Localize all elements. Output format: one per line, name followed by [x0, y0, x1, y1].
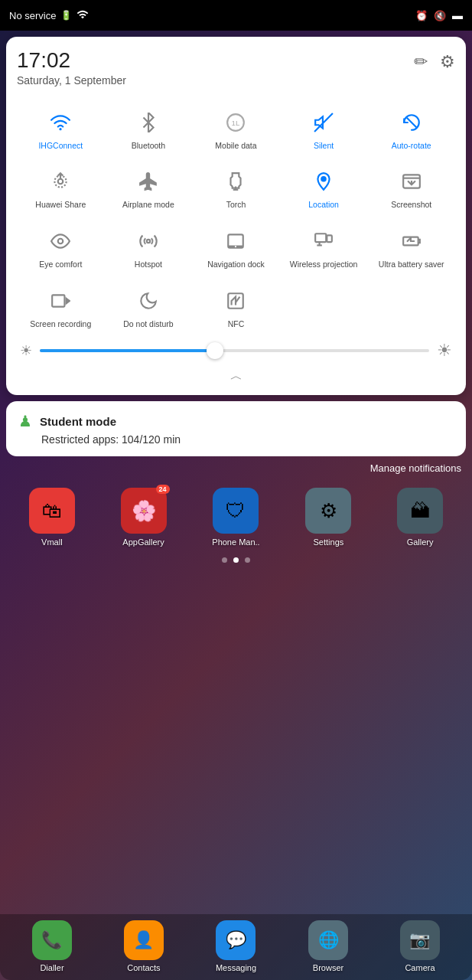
app-label-appgallery: AppGallery — [122, 537, 164, 547]
app-badge-appgallery: 24 — [156, 485, 170, 494]
quick-item-mobiledata[interactable]: 1L Mobile data — [192, 100, 280, 157]
messaging-icon: 💬 — [226, 930, 246, 950]
quick-item-nfc[interactable]: NFC — [192, 279, 280, 335]
collapse-row[interactable]: ︿ — [17, 368, 455, 384]
quick-item-screen-recording[interactable]: Screen recording — [17, 279, 105, 335]
nav-camera[interactable]: 📷 Camera — [400, 920, 440, 972]
quick-item-eye-comfort[interactable]: Eye comfort — [17, 219, 105, 276]
student-mode-header: ♟ Student mode — [18, 412, 454, 430]
sim-icon: 🔋 — [60, 10, 72, 21]
nav-icon-messaging: 💬 — [216, 920, 256, 960]
app-phonemanager[interactable]: 🛡 Phone Man.. — [212, 488, 259, 547]
quick-item-bluetooth[interactable]: Bluetooth — [105, 100, 193, 157]
edit-icon[interactable]: ✏ — [414, 52, 428, 72]
contacts-icon: 👤 — [133, 930, 154, 950]
status-right: ⏰ 🔇 ▬ — [415, 9, 463, 21]
app-label-phonemanager: Phone Man.. — [212, 537, 259, 547]
svg-text:1L: 1L — [232, 119, 240, 127]
battery-icon: ▬ — [452, 9, 463, 21]
quick-label-airplane: Airplane mode — [122, 200, 174, 210]
settings-icon[interactable]: ⚙ — [440, 52, 455, 72]
svg-point-14 — [147, 240, 150, 243]
app-label-settings: Settings — [314, 537, 344, 547]
page-dots — [0, 557, 472, 563]
phonemanager-icon: 🛡 — [226, 499, 246, 523]
quick-label-screen-recording: Screen recording — [30, 319, 91, 329]
quick-label-wifi: IHGConnect — [38, 141, 83, 151]
app-icon-phonemanager: 🛡 — [213, 488, 259, 534]
browser-icon: 🌐 — [318, 930, 339, 950]
nav-label-camera: Camera — [405, 963, 435, 972]
svg-point-17 — [235, 246, 236, 247]
app-settings[interactable]: ⚙ Settings — [305, 488, 351, 547]
quick-item-location[interactable]: Location — [280, 159, 368, 216]
quick-item-wifi[interactable]: IHGConnect — [17, 100, 105, 157]
brightness-track[interactable] — [40, 349, 429, 352]
nav-browser[interactable]: 🌐 Browser — [308, 920, 348, 972]
quick-label-eye-comfort: Eye comfort — [39, 260, 82, 270]
time-date-block: 17:02 Saturday, 1 September — [17, 49, 126, 87]
nav-icon-browser: 🌐 — [308, 920, 348, 960]
quick-item-torch[interactable]: Torch — [192, 159, 280, 216]
vmall-icon: 🛍 — [42, 499, 62, 523]
student-mode-icon: ♟ — [18, 412, 32, 430]
nav-messaging[interactable]: 💬 Messaging — [216, 920, 256, 972]
svg-point-0 — [60, 128, 62, 130]
quick-label-nfc: NFC — [228, 319, 245, 329]
quick-label-huawei-share: Huawei Share — [35, 200, 86, 210]
nav-contacts[interactable]: 👤 Contacts — [124, 920, 164, 972]
nav-icon-contacts: 👤 — [124, 920, 164, 960]
quick-item-wireless[interactable]: Wireless projection — [280, 219, 368, 276]
dot-1 — [222, 557, 227, 563]
panel-header: 17:02 Saturday, 1 September ✏ ⚙ — [17, 49, 455, 87]
brightness-thumb[interactable] — [207, 342, 223, 359]
app-gallery[interactable]: 🏔 Gallery — [397, 488, 443, 547]
quick-item-airplane[interactable]: Airplane mode — [105, 159, 193, 216]
brightness-fill — [40, 349, 215, 352]
app-appgallery[interactable]: 🌸 24 AppGallery — [121, 488, 167, 547]
quick-label-navdock: Navigation dock — [207, 260, 265, 270]
app-icon-settings: ⚙ — [305, 488, 351, 534]
nav-label-contacts: Contacts — [127, 963, 160, 972]
alarm-icon: ⏰ — [415, 10, 428, 21]
app-vmall[interactable]: 🛍 Vmall — [29, 488, 75, 547]
panel-date: Saturday, 1 September — [17, 74, 126, 87]
quick-label-donotdisturb: Do not disturb — [123, 319, 173, 329]
quick-label-bluetooth: Bluetooth — [132, 141, 165, 151]
nav-dialler[interactable]: 📞 Dialler — [32, 920, 72, 972]
nav-label-dialler: Dialler — [40, 963, 63, 972]
quick-settings-grid: IHGConnect Bluetooth 1L Mobile data — [17, 100, 455, 335]
carrier-text: No service — [9, 10, 56, 21]
student-mode-title: Student mode — [40, 415, 116, 428]
student-mode-subtitle: Restricted apps: 104/120 min — [41, 433, 454, 446]
bottom-nav: 📞 Dialler 👤 Contacts 💬 Messaging 🌐 Brows… — [0, 914, 472, 980]
svg-marker-28 — [67, 298, 70, 303]
svg-point-9 — [321, 177, 325, 181]
quick-label-hotspot: Hotspot — [135, 260, 162, 270]
app-icon-appgallery: 🌸 24 — [121, 488, 167, 534]
manage-notifications[interactable]: Manage notifications — [0, 456, 472, 480]
quick-label-screenshot: Screenshot — [391, 200, 431, 210]
svg-rect-18 — [315, 234, 326, 242]
dialler-icon: 📞 — [41, 930, 62, 950]
quick-item-silent[interactable]: Silent — [280, 100, 368, 157]
mute-icon: 🔇 — [434, 10, 446, 21]
quick-item-hotspot[interactable]: Hotspot — [105, 219, 193, 276]
app-label-vmall: Vmall — [41, 537, 63, 547]
quick-item-screenshot[interactable]: Screenshot — [367, 159, 455, 216]
collapse-icon: ︿ — [230, 368, 243, 384]
quick-item-battery-saver[interactable]: Ultra battery saver — [367, 219, 455, 276]
quick-label-wireless: Wireless projection — [290, 260, 358, 270]
brightness-high-icon: ☀ — [437, 341, 452, 361]
quick-item-huawei-share[interactable]: Huawei Share — [17, 159, 105, 216]
quick-item-autorotate[interactable]: Auto-rotate — [367, 100, 455, 157]
quick-item-navdock[interactable]: Navigation dock — [192, 219, 280, 276]
app-icon-gallery: 🏔 — [397, 488, 443, 534]
app-icon-vmall: 🛍 — [29, 488, 75, 534]
gallery-icon: 🏔 — [410, 499, 430, 523]
quick-item-donotdisturb[interactable]: Do not disturb — [105, 279, 193, 335]
app-dock: 🛍 Vmall 🌸 24 AppGallery 🛡 Phone Man.. ⚙ … — [0, 482, 472, 553]
svg-rect-19 — [327, 235, 332, 242]
panel-time: 17:02 — [17, 49, 126, 73]
quick-label-torch: Torch — [226, 200, 246, 210]
